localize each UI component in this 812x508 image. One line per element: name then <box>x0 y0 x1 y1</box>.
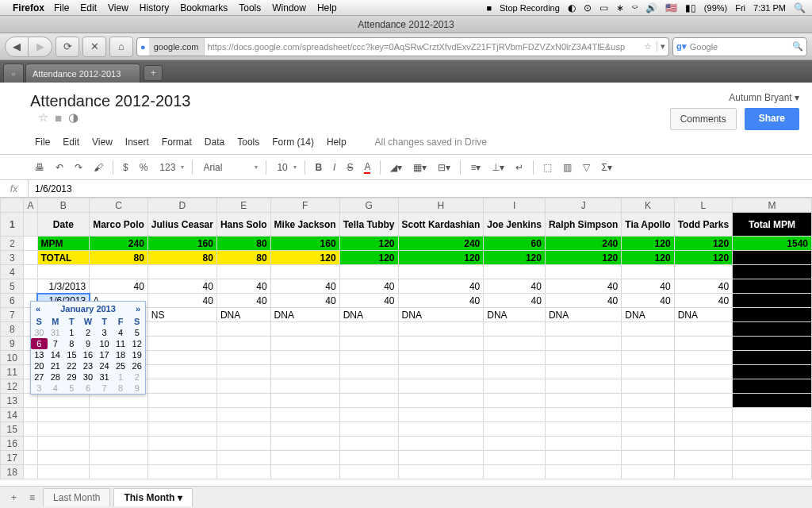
cell[interactable] <box>24 422 37 437</box>
dp-day[interactable]: 25 <box>113 360 129 371</box>
cell[interactable] <box>545 337 621 351</box>
cell[interactable] <box>147 337 216 351</box>
cell[interactable]: Marco Polo <box>90 213 148 237</box>
cell[interactable] <box>398 465 484 479</box>
cell[interactable] <box>622 437 674 451</box>
number-format-select[interactable]: 123 <box>154 160 187 175</box>
menu-edit[interactable]: Edit <box>58 135 84 149</box>
cell[interactable]: 1/3/2013 <box>37 279 90 294</box>
cell[interactable] <box>24 465 37 479</box>
cell[interactable]: E <box>216 198 270 213</box>
cell[interactable] <box>622 265 674 279</box>
cell[interactable]: 120 <box>674 251 732 265</box>
dp-day[interactable]: 23 <box>80 360 97 371</box>
cell[interactable] <box>545 451 621 465</box>
cell[interactable] <box>147 422 216 437</box>
stop-button[interactable]: ✕ <box>82 37 106 57</box>
cell[interactable]: 40 <box>216 279 270 294</box>
cell[interactable] <box>24 408 37 422</box>
cell[interactable]: 4 <box>1 265 24 279</box>
dp-day[interactable]: 26 <box>128 360 145 371</box>
formula-input[interactable]: 1/6/2013 <box>29 183 79 194</box>
dp-day[interactable]: 22 <box>63 360 80 371</box>
status-icon[interactable]: ◐ <box>568 2 576 13</box>
back-button[interactable]: ◀ <box>5 37 29 57</box>
cell[interactable] <box>545 408 621 422</box>
currency-button[interactable]: $ <box>118 160 133 175</box>
cell[interactable]: 40 <box>484 294 546 308</box>
all-sheets-button[interactable]: ≡ <box>25 489 40 506</box>
cell[interactable] <box>733 308 812 322</box>
cell[interactable] <box>216 465 270 479</box>
dp-day[interactable]: 14 <box>48 349 64 360</box>
cell[interactable] <box>147 408 216 422</box>
print-button[interactable]: 🖶 <box>30 160 49 175</box>
cell[interactable] <box>90 437 148 451</box>
url-dropdown-icon[interactable]: ▾ <box>657 41 668 52</box>
cell[interactable]: 80 <box>216 251 270 265</box>
cell[interactable]: 60 <box>484 237 546 251</box>
cell[interactable]: C <box>90 198 148 213</box>
percent-button[interactable]: % <box>135 160 153 175</box>
cell[interactable]: 17 <box>1 451 24 465</box>
dp-day[interactable]: 3 <box>31 383 48 394</box>
cell[interactable] <box>484 265 546 279</box>
cell[interactable]: DNA <box>674 308 732 322</box>
dp-day[interactable]: 12 <box>128 338 145 349</box>
cell[interactable]: 160 <box>147 237 216 251</box>
cell[interactable]: 12 <box>1 379 24 394</box>
cell[interactable] <box>545 437 621 451</box>
cell[interactable]: G <box>339 198 398 213</box>
menu-form[interactable]: Form (14) <box>267 135 319 149</box>
cell[interactable] <box>216 337 270 351</box>
cell[interactable] <box>398 451 484 465</box>
cell[interactable] <box>733 351 812 365</box>
cell[interactable] <box>37 394 90 408</box>
cell[interactable]: 40 <box>339 294 398 308</box>
cell[interactable]: D <box>147 198 216 213</box>
cell[interactable]: 40 <box>147 279 216 294</box>
dp-day[interactable]: 7 <box>48 338 64 349</box>
cell[interactable] <box>37 422 90 437</box>
dp-day[interactable]: 4 <box>113 327 129 338</box>
cell[interactable] <box>545 265 621 279</box>
cell[interactable] <box>24 451 37 465</box>
doc-title[interactable]: Attendance 2012-2013 <box>30 92 190 110</box>
cell[interactable] <box>147 379 216 394</box>
cell[interactable]: 120 <box>339 251 398 265</box>
dp-day[interactable]: 11 <box>113 338 129 349</box>
url-bar[interactable]: ● google.com https://docs.google.com/spr… <box>136 37 669 56</box>
cell[interactable] <box>545 394 621 408</box>
home-button[interactable]: ⌂ <box>109 37 133 57</box>
dp-day[interactable]: 19 <box>128 349 145 360</box>
cell[interactable] <box>339 322 398 337</box>
cell[interactable]: L <box>674 198 732 213</box>
cell[interactable] <box>339 465 398 479</box>
halign-button[interactable]: ≡▾ <box>465 160 485 175</box>
cell[interactable]: 40 <box>674 294 732 308</box>
cell[interactable]: H <box>398 198 484 213</box>
cell[interactable] <box>216 451 270 465</box>
functions-button[interactable]: Σ▾ <box>596 160 616 175</box>
cell[interactable]: I <box>484 198 546 213</box>
cell[interactable] <box>37 265 90 279</box>
dp-day[interactable]: 27 <box>31 371 48 383</box>
cell[interactable] <box>339 394 398 408</box>
cell[interactable]: 80 <box>147 251 216 265</box>
dp-day[interactable]: 7 <box>96 383 113 394</box>
cell[interactable] <box>674 422 732 437</box>
spotlight-icon[interactable]: 🔍 <box>794 2 806 13</box>
folder-icon[interactable]: ■ <box>55 111 62 125</box>
cell[interactable]: 40 <box>484 279 546 294</box>
dp-day[interactable]: 5 <box>63 383 80 394</box>
cell[interactable] <box>216 394 270 408</box>
clock-day[interactable]: Fri <box>735 3 745 13</box>
cell[interactable] <box>398 351 484 365</box>
cell[interactable] <box>674 465 732 479</box>
cell[interactable]: M <box>733 198 812 213</box>
menu-view[interactable]: View <box>87 135 117 149</box>
dp-next[interactable]: » <box>136 304 140 314</box>
cell[interactable]: 40 <box>270 294 339 308</box>
cell[interactable] <box>216 351 270 365</box>
cell[interactable] <box>398 408 484 422</box>
